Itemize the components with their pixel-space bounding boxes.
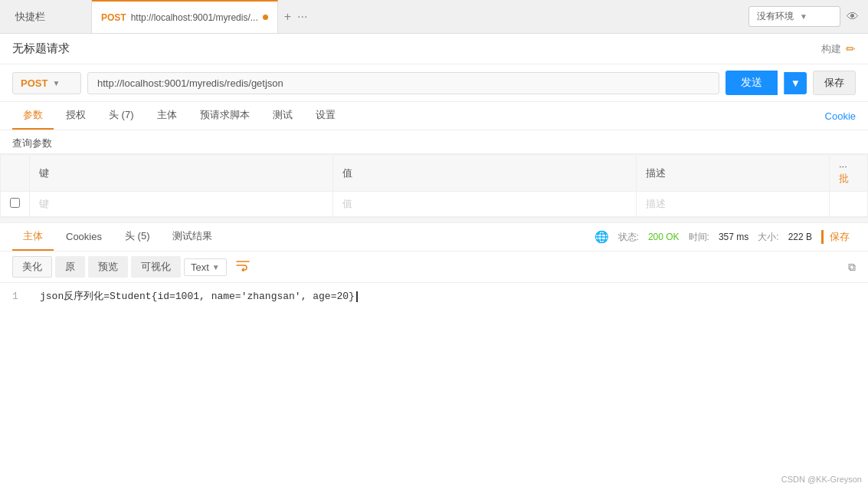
status-value: 200 OK	[648, 232, 680, 242]
response-section: 主体 Cookies 头 (5) 测试结果 🌐 状态: 200 OK 时间: 3…	[0, 223, 868, 490]
top-right: 没有环境 ▼ 👁	[748, 6, 868, 27]
response-toolbar: 美化 原 预览 可视化 Text ▼ ⧉	[0, 252, 868, 283]
wrap-button[interactable]	[236, 259, 250, 275]
col-desc: 描述	[637, 155, 830, 192]
time-value: 357 ms	[719, 232, 748, 242]
request-title-bar: 无标题请求 构建 ✏	[0, 34, 868, 64]
add-tab-button[interactable]: +	[284, 10, 291, 24]
col-key: 键	[30, 155, 333, 192]
row-checkbox[interactable]	[10, 198, 20, 208]
env-select[interactable]: 没有环境 ▼	[748, 6, 840, 27]
method-select[interactable]: POST ▼	[12, 72, 81, 94]
main-content: 无标题请求 构建 ✏ POST ▼ 发送 ▼ 保存 参数 授权 头 (7)	[0, 34, 868, 490]
text-type-chevron-icon: ▼	[212, 263, 220, 271]
tab-headers[interactable]: 头 (7)	[98, 102, 145, 130]
code-content-1: json反序列化=Student{id=1001, name='zhangsan…	[40, 289, 358, 303]
env-label: 没有环境	[757, 10, 794, 23]
send-dropdown-icon: ▼	[791, 77, 801, 89]
visualize-button[interactable]: 可视化	[131, 256, 181, 278]
section-divider	[0, 217, 868, 223]
time-label: 时间:	[689, 231, 709, 244]
cookie-tab[interactable]: Cookie	[825, 110, 856, 122]
size-value: 222 B	[788, 232, 812, 242]
send-dropdown-button[interactable]: ▼	[784, 72, 807, 94]
params-section-label: 查询参数	[12, 137, 52, 149]
response-tab-body[interactable]: 主体	[12, 223, 54, 251]
watermark: CSDN @KK-Greyson	[781, 475, 862, 484]
tab-actions: + ···	[278, 10, 314, 24]
row-value[interactable]: 值	[333, 192, 637, 217]
size-label: 大小:	[758, 231, 778, 244]
pencil-icon: ✏	[846, 42, 856, 56]
eye-icon[interactable]: 👁	[847, 10, 859, 24]
tab-body[interactable]: 主体	[146, 102, 188, 130]
row-actions	[830, 192, 868, 217]
response-tab-headers[interactable]: 头 (5)	[114, 223, 161, 251]
tab-method: POST	[101, 12, 126, 23]
request-title: 无标题请求	[12, 41, 70, 56]
top-bar: 快捷栏 POST http://localhost:9001/myredis/.…	[0, 0, 868, 34]
col-actions: ··· 批	[830, 155, 868, 192]
status-label: 状态:	[618, 231, 639, 244]
request-tabs-bar: 参数 授权 头 (7) 主体 预请求脚本 测试 设置 Cookie	[0, 102, 868, 130]
more-tabs-button[interactable]: ···	[297, 10, 307, 24]
line-number-1: 1	[12, 291, 28, 302]
globe-icon: 🌐	[594, 230, 609, 244]
save-button[interactable]: 保存	[813, 71, 856, 95]
build-label: 构建	[821, 42, 841, 56]
build-button[interactable]: 构建 ✏	[821, 42, 856, 56]
col-check	[1, 155, 30, 192]
send-button[interactable]: 发送	[726, 71, 778, 95]
row-desc[interactable]: 描述	[637, 192, 830, 217]
env-chevron-icon: ▼	[800, 12, 807, 21]
text-type-label: Text	[191, 261, 209, 273]
tab-auth[interactable]: 授权	[55, 102, 97, 130]
sidebar-label: 快捷栏	[15, 10, 45, 24]
table-row: 键 值 描述	[1, 192, 868, 217]
tab-url-text: http://localhost:9001/myredis/...	[131, 12, 258, 23]
tab-pre-request[interactable]: 预请求脚本	[189, 102, 260, 130]
response-tab-cookies[interactable]: Cookies	[55, 225, 113, 250]
tab-modified-dot	[263, 15, 268, 20]
response-meta: 🌐 状态: 200 OK 时间: 357 ms 大小: 222 B 保存	[594, 230, 856, 244]
batch-button[interactable]: 批	[839, 173, 849, 184]
text-cursor	[356, 291, 358, 302]
text-type-select[interactable]: Text ▼	[184, 258, 227, 276]
sidebar-tab[interactable]: 快捷栏	[0, 0, 92, 33]
row-key[interactable]: 键	[30, 192, 333, 217]
code-line-1: 1 json反序列化=Student{id=1001, name='zhangs…	[12, 289, 856, 303]
raw-button[interactable]: 原	[55, 256, 85, 278]
tab-tests[interactable]: 测试	[262, 102, 303, 130]
params-table: 键 值 描述 ··· 批 键 值 描述	[0, 154, 868, 217]
url-bar: POST ▼ 发送 ▼ 保存	[0, 64, 868, 102]
row-check[interactable]	[1, 192, 30, 217]
method-chevron-icon: ▼	[52, 79, 60, 87]
response-tab-test-results[interactable]: 测试结果	[162, 223, 223, 251]
response-body: 1 json反序列化=Student{id=1001, name='zhangs…	[0, 283, 868, 490]
params-section: 查询参数	[0, 130, 868, 154]
tab-settings[interactable]: 设置	[305, 102, 346, 130]
beautify-button[interactable]: 美化	[12, 256, 52, 278]
response-tabs-bar: 主体 Cookies 头 (5) 测试结果 🌐 状态: 200 OK 时间: 3…	[0, 223, 868, 252]
col-value: 值	[333, 155, 637, 192]
copy-icon[interactable]: ⧉	[848, 261, 856, 274]
request-tab[interactable]: POST http://localhost:9001/myredis/...	[92, 0, 278, 33]
tab-params[interactable]: 参数	[12, 102, 54, 130]
url-input[interactable]	[87, 72, 719, 94]
save-response-button[interactable]: 保存	[821, 230, 856, 244]
preview-button[interactable]: 预览	[88, 256, 128, 278]
method-text: POST	[21, 77, 47, 89]
